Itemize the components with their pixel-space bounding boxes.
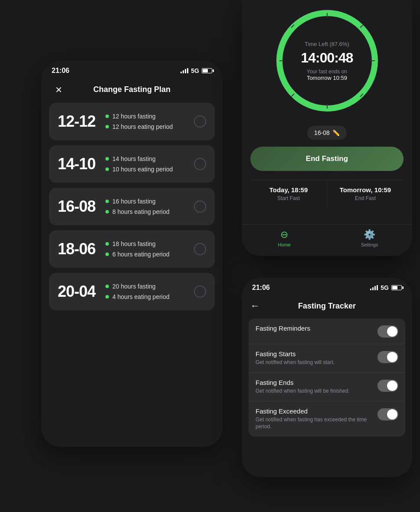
- current-plan-badge[interactable]: 16-08 ✏️: [307, 126, 347, 140]
- plan-detail-item: 14 hours fasting: [105, 155, 173, 162]
- plan-select-circle: [194, 158, 206, 170]
- green-dot-icon: [105, 167, 109, 171]
- end-fasting-button[interactable]: End Fasting: [250, 147, 404, 171]
- settings-header: ← Fasting Tracker: [242, 295, 412, 318]
- toggle-starts[interactable]: [377, 351, 398, 363]
- toggle-ends[interactable]: [377, 380, 398, 392]
- bottom-nav: ⊖ Home ⚙️ Settings: [242, 224, 412, 256]
- plan-detail-fasting: 16 hours fasting: [112, 198, 156, 205]
- battery-icon-bottom: [391, 285, 402, 290]
- start-fast-label: Start Fast: [255, 195, 322, 201]
- plan-number: 20-04: [58, 282, 105, 301]
- settings-row-subtitle: Get notified when fasting will start.: [256, 359, 377, 366]
- settings-row-title: Fasting Exceeded: [256, 407, 377, 415]
- plan-detail-eating: 8 hours eating period: [112, 208, 170, 215]
- start-fast-time: Today, 18:59: [255, 186, 322, 194]
- plan-details: 12 hours fasting 12 hours eating period: [105, 113, 173, 130]
- toggle-knob: [387, 381, 397, 391]
- timer-ring-container: Time Left (87.6%) 14:00:48 Your fast end…: [271, 4, 384, 117]
- plan-detail-item: 8 hours eating period: [105, 208, 170, 215]
- plan-details: 20 hours fasting 4 hours eating period: [105, 283, 170, 300]
- left-phone-header: ✕ Change Fasting Plan: [41, 78, 223, 103]
- plan-detail-item: 18 hours fasting: [105, 240, 170, 247]
- status-time-left: 21:06: [52, 67, 69, 75]
- nav-item-home[interactable]: ⊖ Home: [242, 229, 327, 247]
- toggle-reminders[interactable]: [377, 325, 398, 338]
- nav-home-label: Home: [278, 242, 291, 247]
- green-dot-icon: [105, 285, 109, 288]
- plan-badge-text: 16-08: [314, 129, 330, 136]
- green-dot-icon: [105, 295, 109, 299]
- timer-display: 14:00:48: [301, 50, 353, 66]
- plan-card-16-08[interactable]: 16-08 16 hours fasting 8 hours eating pe…: [49, 188, 215, 225]
- plan-detail-item: 12 hours eating period: [105, 123, 173, 130]
- plan-detail-item: 6 hours eating period: [105, 251, 170, 258]
- toggle-knob: [387, 326, 397, 337]
- plan-card-12-12[interactable]: 12-12 12 hours fasting 12 hours eating p…: [49, 103, 215, 140]
- fast-times-row: Today, 18:59 Start Fast Tomorrow, 10:59 …: [250, 180, 404, 207]
- timer-center: Time Left (87.6%) 14:00:48 Your fast end…: [301, 41, 353, 81]
- plan-detail-fasting: 12 hours fasting: [112, 113, 156, 120]
- status-bar-left: 21:06 5G: [41, 61, 223, 78]
- plan-details: 18 hours fasting 6 hours eating period: [105, 240, 170, 258]
- toggle-knob: [387, 409, 397, 420]
- start-fast-item: Today, 18:59 Start Fast: [250, 180, 327, 207]
- battery-icon-left: [202, 68, 212, 73]
- end-fast-time: Tomorrow, 10:59: [331, 186, 399, 194]
- green-dot-icon: [105, 125, 109, 128]
- plan-card-20-04[interactable]: 20-04 20 hours fasting 4 hours eating pe…: [49, 273, 215, 310]
- plan-detail-eating: 12 hours eating period: [112, 123, 173, 130]
- status-bar-right-bottom: 21:06 5G: [242, 278, 412, 295]
- plan-number: 14-10: [58, 155, 105, 173]
- plan-details: 16 hours fasting 8 hours eating period: [105, 198, 170, 215]
- toggle-knob: [387, 352, 397, 362]
- plan-detail-fasting: 20 hours fasting: [112, 283, 156, 290]
- close-button[interactable]: ✕: [52, 83, 66, 97]
- time-left-label: Time Left (87.6%): [301, 41, 353, 47]
- settings-row-title: Fasting Reminders: [256, 325, 377, 332]
- settings-row-text: Fasting Reminders: [256, 325, 377, 333]
- end-fast-label: End Fast: [331, 195, 399, 201]
- plan-select-circle: [194, 243, 206, 255]
- right-top-phone: Time Left (87.6%) 14:00:48 Your fast end…: [242, 0, 412, 256]
- settings-row-text: Fasting Starts Get notified when fasting…: [256, 350, 377, 366]
- plan-detail-fasting: 18 hours fasting: [112, 240, 156, 247]
- back-button[interactable]: ←: [250, 300, 260, 312]
- plan-detail-eating: 10 hours eating period: [112, 166, 173, 173]
- plan-card-14-10[interactable]: 14-10 14 hours fasting 10 hours eating p…: [49, 145, 215, 183]
- nav-settings-label: Settings: [361, 242, 378, 247]
- settings-row-starts: Fasting Starts Get notified when fasting…: [249, 344, 405, 373]
- signal-icon: [180, 68, 188, 73]
- plan-detail-item: 16 hours fasting: [105, 198, 170, 205]
- settings-row-reminders: Fasting Reminders: [249, 318, 405, 344]
- fast-ends-on-value: Tomorrow 10:59: [301, 75, 353, 81]
- timer-section: Time Left (87.6%) 14:00:48 Your fast end…: [242, 4, 412, 207]
- network-label-left: 5G: [191, 67, 199, 74]
- nav-item-settings[interactable]: ⚙️ Settings: [327, 229, 413, 247]
- settings-row-text: Fasting Ends Get notified when fasting w…: [256, 379, 377, 395]
- green-dot-icon: [105, 115, 109, 118]
- plan-details: 14 hours fasting 10 hours eating period: [105, 155, 173, 173]
- plan-detail-eating: 4 hours eating period: [112, 293, 170, 300]
- status-right-left: 5G: [180, 67, 212, 74]
- plan-select-circle: [194, 115, 206, 128]
- right-bottom-phone: 21:06 5G ← Fasting Tracker Fasting Remin…: [242, 278, 412, 477]
- settings-icon: ⚙️: [364, 229, 375, 240]
- plan-number: 18-06: [58, 240, 105, 258]
- green-dot-icon: [105, 200, 109, 203]
- toggle-exceeded[interactable]: [377, 408, 398, 420]
- end-fast-item: Tomorrow, 10:59 End Fast: [327, 180, 404, 207]
- plan-detail-eating: 6 hours eating period: [112, 251, 170, 258]
- plan-card-18-06[interactable]: 18-06 18 hours fasting 6 hours eating pe…: [49, 230, 215, 268]
- settings-row-title: Fasting Ends: [256, 379, 377, 386]
- settings-card: Fasting Reminders Fasting Starts Get not…: [249, 318, 405, 437]
- plans-list: 12-12 12 hours fasting 12 hours eating p…: [41, 103, 223, 310]
- plan-detail-item: 20 hours fasting: [105, 283, 170, 290]
- settings-page-title: Fasting Tracker: [264, 302, 390, 311]
- settings-row-title: Fasting Starts: [256, 350, 377, 358]
- plan-detail-item: 10 hours eating period: [105, 166, 173, 173]
- signal-icon-bottom: [370, 285, 378, 290]
- settings-row-ends: Fasting Ends Get notified when fasting w…: [249, 373, 405, 401]
- close-icon: ✕: [55, 85, 62, 95]
- green-dot-icon: [105, 253, 109, 256]
